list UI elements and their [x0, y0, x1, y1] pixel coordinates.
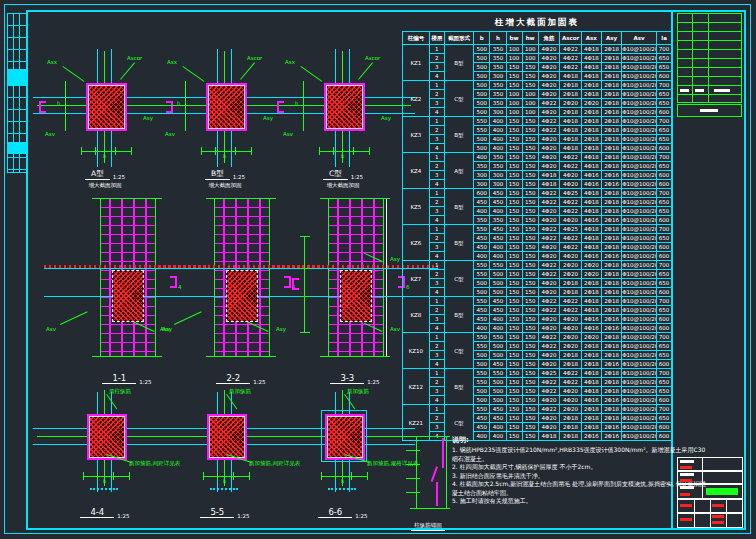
table-cell: 650 — [657, 162, 672, 171]
elevation-1-1: Asv Asy 4 1-11:25 — [72, 196, 182, 388]
table-cell: 4Φ20 — [538, 396, 560, 405]
table-row: KZ41A型4003501501504Φ204Φ224Φ182Φ18Φ10@10… — [403, 153, 672, 162]
table-cell: 4Φ22 — [560, 162, 582, 171]
table-cell: 2Φ18 — [601, 54, 621, 63]
table-cell: 4Φ18 — [560, 117, 582, 126]
top-rebar-label: 原柱纵筋 — [109, 388, 131, 394]
table-cell: 500 — [474, 72, 490, 81]
table-row: 25505001501504Φ224Φ224Φ182Φ18Φ10@100/200… — [403, 378, 672, 387]
table-cell: 4Φ20 — [560, 216, 582, 225]
table-cell: 4Φ18 — [581, 387, 601, 396]
table-cell: 4Φ20 — [538, 135, 560, 144]
table-header-row: 柱编号楼层截面形式bhbwhw角筋AscorAsxAsyAsvla — [403, 32, 672, 45]
rebar-label-asv: Asv — [46, 326, 56, 332]
table-cell: 550 — [474, 225, 490, 234]
table-cell: 2Φ18 — [601, 270, 621, 279]
figure-name: C型 — [323, 170, 348, 180]
table-row: 25003501001004Φ204Φ224Φ182Φ18Φ10@100/200… — [403, 54, 672, 63]
table-cell: Φ10@100/200 — [622, 45, 657, 54]
table-cell: 300 — [474, 180, 490, 189]
table-cell: 4Φ18 — [581, 45, 601, 54]
rebar-label-ascor: Ascor — [247, 55, 262, 61]
table-cell: 4Φ20 — [538, 243, 560, 252]
table-cell: 650 — [657, 207, 672, 216]
table-cell: 650 — [657, 414, 672, 423]
table-cell: 4Φ20 — [560, 396, 582, 405]
table-cell: 2Φ20 — [560, 99, 582, 108]
table-cell: 4Φ20 — [538, 45, 560, 54]
table-cell: 4Φ22 — [538, 306, 560, 315]
table-cell: 4Φ22 — [538, 234, 560, 243]
table-cell: 400 — [474, 252, 490, 261]
table-cell: 550 — [490, 369, 506, 378]
table-cell: 4Φ22 — [560, 297, 582, 306]
table-cell: 2Φ20 — [581, 270, 601, 279]
table-cell: 150 — [506, 324, 522, 333]
table-cell: Φ10@100/200 — [622, 54, 657, 63]
table-cell: 300 — [490, 108, 506, 117]
table-cell: B型 — [444, 369, 474, 405]
table-cell: 150 — [522, 333, 538, 342]
table-cell: 4Φ18 — [581, 207, 601, 216]
table-cell: Φ10@100/200 — [622, 342, 657, 351]
table-cell: 2Φ18 — [601, 405, 621, 414]
table-row: 25003501001004Φ202Φ182Φ182Φ18Φ10@100/200… — [403, 90, 672, 99]
table-cell: 150 — [506, 81, 522, 90]
table-cell: 2 — [429, 306, 444, 315]
section-detail-B: h b Asx Ascor Asy Asv B型1:25 增大截面加固 — [165, 55, 285, 195]
table-row: KZ81B型5504501501504Φ224Φ224Φ182Φ18Φ10@10… — [403, 297, 672, 306]
table-cell: 2Φ16 — [601, 180, 621, 189]
table-cell: Φ10@100/200 — [622, 324, 657, 333]
table-cell: 2Φ18 — [581, 117, 601, 126]
table-cell: 2Φ18 — [601, 279, 621, 288]
table-cell: 500 — [490, 351, 506, 360]
table-cell: 650 — [657, 279, 672, 288]
table-cell: Φ10@100/200 — [622, 279, 657, 288]
table-row: KZ121B型5505501501504Φ254Φ224Φ182Φ18Φ10@1… — [403, 369, 672, 378]
table-cell: B型 — [444, 225, 474, 261]
table-cell: 150 — [506, 270, 522, 279]
table-cell: 4Φ20 — [560, 252, 582, 261]
table-cell: 1 — [429, 225, 444, 234]
table-cell: 500 — [474, 45, 490, 54]
table-cell: Φ10@100/200 — [622, 414, 657, 423]
table-cell: 150 — [506, 189, 522, 198]
table-cell: 2Φ18 — [560, 108, 582, 117]
drawing-sheet: h b Asx Ascor Asy Asv A型1:25 增大截面加固 h — [0, 0, 756, 539]
table-cell: 2 — [429, 234, 444, 243]
table-block: 柱增大截面加固表 柱编号楼层截面形式bhbwhw角筋AscorAsxAsyAsv… — [402, 17, 672, 441]
table-cell: 1 — [429, 405, 444, 414]
section-detail-5-5: 新加纵筋 新加箍筋,间距详见表 b 5-51:25 — [165, 398, 285, 523]
table-cell: 500 — [490, 396, 506, 405]
table-cell: 4Φ20 — [538, 216, 560, 225]
table-cell: 150 — [506, 180, 522, 189]
table-cell: 1 — [429, 261, 444, 270]
table-cell: 2Φ18 — [601, 63, 621, 72]
table-cell: 2Φ18 — [581, 90, 601, 99]
table-cell: 2Φ18 — [601, 297, 621, 306]
table-cell: 2Φ18 — [560, 360, 582, 369]
table-cell: 4Φ22 — [538, 333, 560, 342]
dim-label-b: b — [223, 479, 226, 484]
table-cell: 150 — [522, 279, 538, 288]
note-item: 5. 施工时请按有关规范施工。 — [452, 497, 708, 506]
table-cell: 550 — [474, 405, 490, 414]
table-header-cell: 截面形式 — [444, 32, 474, 45]
table-row: 35005001501504Φ224Φ204Φ182Φ18Φ10@100/200… — [403, 387, 672, 396]
rebar-label-ascor: Ascor — [127, 55, 142, 61]
table-cell: 2Φ18 — [601, 45, 621, 54]
table-cell: 2Φ18 — [601, 99, 621, 108]
table-cell: B型 — [444, 117, 474, 153]
table-cell: Φ10@100/200 — [622, 234, 657, 243]
table-cell: 450 — [490, 189, 506, 198]
rebar-label-asx: Asx — [167, 59, 177, 65]
table-cell: 150 — [506, 414, 522, 423]
table-cell: 4Φ20 — [538, 90, 560, 99]
table-cell: 100 — [522, 45, 538, 54]
table-cell: 2Φ18 — [601, 225, 621, 234]
table-cell: Φ10@100/200 — [622, 378, 657, 387]
table-cell: 4Φ18 — [581, 189, 601, 198]
table-cell: 150 — [522, 162, 538, 171]
notes-block: 说明: 1. 钢筋HPB235强度设计值210N/mm²,HRB335强度设计值… — [452, 435, 708, 506]
table-cell: 600 — [657, 360, 672, 369]
